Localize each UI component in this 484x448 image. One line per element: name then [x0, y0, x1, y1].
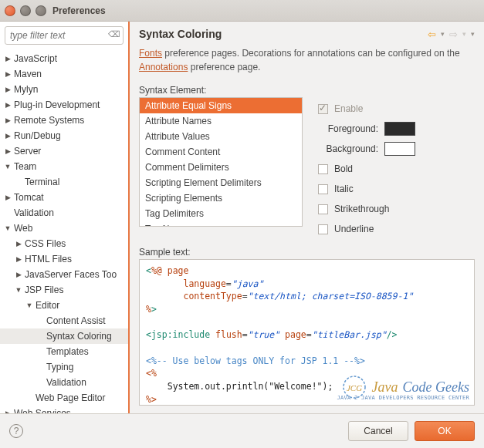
- tree-item[interactable]: ▶Mylyn: [0, 82, 128, 97]
- tree-item-label: Web Page Editor: [36, 392, 106, 403]
- tree-item-label: JavaServer Faces Too: [25, 269, 117, 280]
- svg-text:JCG: JCG: [346, 383, 361, 392]
- tree-item[interactable]: ▶Terminal: [0, 174, 128, 190]
- page-title: Syntax Coloring: [139, 28, 222, 40]
- chevron-right-icon[interactable]: ▶: [3, 194, 12, 201]
- foreground-label: Foreground:: [318, 123, 378, 134]
- syntax-item[interactable]: Attribute Names: [140, 113, 302, 129]
- syntax-item[interactable]: Attribute Equal Signs: [140, 98, 302, 113]
- strikethrough-label: Strikethrough: [334, 204, 389, 214]
- cancel-button[interactable]: Cancel: [348, 421, 408, 441]
- tree-item-label: Content Assist: [46, 315, 106, 326]
- dialog-footer: ? Cancel OK: [0, 413, 484, 448]
- tree-item[interactable]: ▶Validation: [0, 205, 128, 221]
- chevron-right-icon[interactable]: ▶: [3, 70, 12, 78]
- chevron-right-icon[interactable]: ▶: [3, 55, 12, 62]
- sample-text-area[interactable]: <%@ page language="java" contentType="te…: [139, 259, 475, 406]
- tree-item[interactable]: ▶JavaScript: [0, 51, 128, 66]
- window-buttons: [5, 5, 46, 16]
- annotations-link[interactable]: Annotations: [139, 62, 188, 72]
- back-icon[interactable]: ⇦: [428, 29, 436, 40]
- italic-label: Italic: [334, 184, 354, 194]
- chevron-down-icon[interactable]: ▼: [25, 301, 34, 309]
- tree-item[interactable]: ▶HTML Files: [0, 251, 128, 267]
- tree-item-label: Editor: [36, 300, 59, 311]
- tree-item-label: Team: [14, 161, 36, 172]
- italic-checkbox[interactable]: [318, 184, 328, 194]
- foreground-swatch[interactable]: [384, 122, 415, 136]
- main-panel: Syntax Coloring ⇦ ▾ ⇨ ▾ ▾ Fonts preferen…: [130, 22, 484, 413]
- tree-item[interactable]: ▼Team: [0, 159, 128, 174]
- chevron-right-icon[interactable]: ▶: [3, 147, 12, 155]
- tree-item[interactable]: ▶Maven: [0, 66, 128, 82]
- syntax-item[interactable]: Tag Names: [140, 221, 302, 227]
- tree-item[interactable]: ▶Typing: [0, 359, 128, 375]
- tree-item[interactable]: ▶Tomcat: [0, 190, 128, 205]
- chevron-right-icon[interactable]: ▶: [3, 101, 12, 109]
- toolbar-nav: ⇦ ▾ ⇨ ▾ ▾: [428, 29, 475, 40]
- tree-item[interactable]: ▶Plug-in Development: [0, 97, 128, 113]
- tree-item-label: Web: [14, 223, 32, 234]
- tree-item-label: Terminal: [25, 177, 59, 187]
- chevron-right-icon[interactable]: ▶: [3, 86, 12, 93]
- tree-item-label: Remote Systems: [14, 115, 84, 126]
- tree-item-label: Syntax Coloring: [46, 331, 112, 342]
- tree-item[interactable]: ▶Syntax Coloring: [0, 328, 128, 344]
- tree-item[interactable]: ▼JSP Files: [0, 282, 128, 298]
- sidebar: ⌫ ▶JavaScript▶Maven▶Mylyn▶Plug-in Develo…: [0, 22, 130, 413]
- syntax-item[interactable]: Comment Content: [140, 144, 302, 160]
- syntax-item[interactable]: Scripting Element Delimiters: [140, 175, 302, 190]
- chevron-right-icon[interactable]: ▶: [3, 132, 12, 140]
- tree-item[interactable]: ▶Remote Systems: [0, 113, 128, 128]
- preference-tree[interactable]: ▶JavaScript▶Maven▶Mylyn▶Plug-in Developm…: [0, 49, 128, 413]
- tree-item[interactable]: ▶Server: [0, 143, 128, 159]
- chevron-right-icon[interactable]: ▶: [14, 271, 23, 278]
- tree-item[interactable]: ▶Web Services: [0, 406, 128, 413]
- tree-item[interactable]: ▶CSS Files: [0, 236, 128, 251]
- tree-item[interactable]: ▶Content Assist: [0, 313, 128, 328]
- chevron-right-icon[interactable]: ▶: [3, 409, 12, 413]
- tree-item[interactable]: ▶Run/Debug: [0, 128, 128, 143]
- back-menu-icon[interactable]: ▾: [441, 30, 445, 38]
- tree-item-label: JavaScript: [14, 53, 57, 64]
- ok-button[interactable]: OK: [415, 421, 475, 441]
- tree-item-label: Validation: [14, 207, 54, 218]
- underline-label: Underline: [334, 224, 374, 234]
- tree-item[interactable]: ▶Web Page Editor: [0, 390, 128, 406]
- bold-checkbox[interactable]: [318, 164, 328, 174]
- tree-item[interactable]: ▶Templates: [0, 344, 128, 359]
- tree-item-label: Maven: [14, 69, 42, 79]
- chevron-right-icon[interactable]: ▶: [14, 240, 23, 248]
- syntax-item[interactable]: Tag Delimiters: [140, 206, 302, 221]
- filter-input[interactable]: [5, 26, 124, 45]
- background-swatch[interactable]: [384, 142, 415, 156]
- chevron-down-icon[interactable]: ▼: [3, 224, 12, 232]
- syntax-item[interactable]: Scripting Elements: [140, 190, 302, 206]
- window-title: Preferences: [52, 5, 106, 16]
- close-icon[interactable]: [5, 5, 15, 16]
- strikethrough-checkbox[interactable]: [318, 204, 328, 214]
- chevron-down-icon[interactable]: ▼: [3, 163, 12, 170]
- syntax-element-list[interactable]: Attribute Equal SignsAttribute NamesAttr…: [139, 97, 303, 227]
- chevron-right-icon[interactable]: ▶: [3, 116, 12, 124]
- watermark-logo: JCG Java Code Geeks JAVA 2 JAVA DEVELOPE…: [341, 374, 469, 400]
- tree-item[interactable]: ▶JavaServer Faces Too: [0, 267, 128, 282]
- fonts-link[interactable]: Fonts: [139, 48, 162, 59]
- forward-menu-icon[interactable]: ▾: [462, 30, 466, 38]
- minimize-icon[interactable]: [20, 5, 31, 16]
- forward-icon[interactable]: ⇨: [449, 29, 458, 40]
- help-icon[interactable]: ?: [9, 424, 23, 438]
- tree-item[interactable]: ▼Editor: [0, 298, 128, 313]
- tree-item[interactable]: ▶Validation: [0, 375, 128, 390]
- view-menu-icon[interactable]: ▾: [471, 30, 475, 38]
- maximize-icon[interactable]: [36, 5, 46, 16]
- underline-checkbox[interactable]: [318, 224, 328, 234]
- syntax-item[interactable]: Attribute Values: [140, 129, 302, 144]
- titlebar: Preferences: [0, 0, 484, 22]
- clear-filter-icon[interactable]: ⌫: [108, 29, 119, 40]
- syntax-item[interactable]: Comment Delimiters: [140, 160, 302, 175]
- chevron-down-icon[interactable]: ▼: [14, 286, 23, 294]
- enable-checkbox: [318, 104, 328, 114]
- tree-item[interactable]: ▼Web: [0, 221, 128, 236]
- chevron-right-icon[interactable]: ▶: [14, 255, 23, 263]
